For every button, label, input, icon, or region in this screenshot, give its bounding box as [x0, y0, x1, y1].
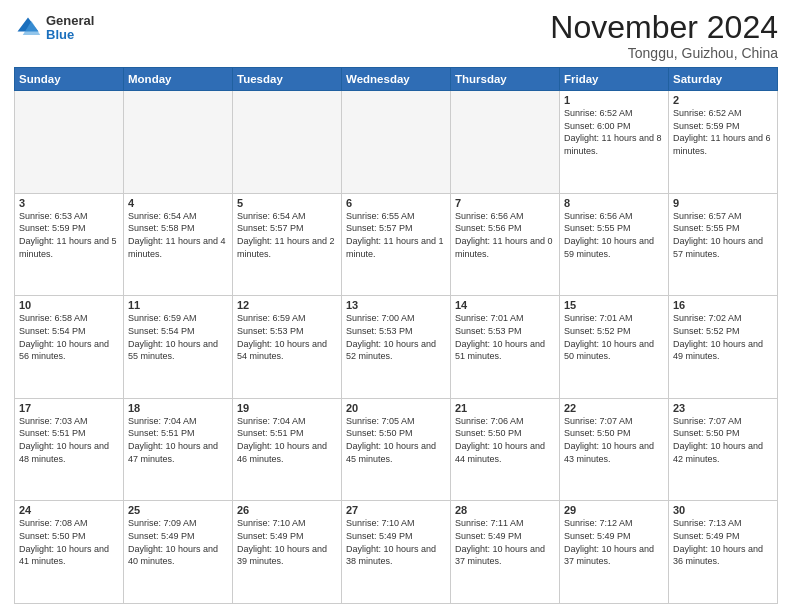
day-number: 11	[128, 299, 228, 311]
calendar-cell: 25Sunrise: 7:09 AMSunset: 5:49 PMDayligh…	[124, 501, 233, 604]
day-info: Sunrise: 7:03 AMSunset: 5:51 PMDaylight:…	[19, 415, 119, 465]
day-info: Sunrise: 7:09 AMSunset: 5:49 PMDaylight:…	[128, 517, 228, 567]
calendar-cell: 15Sunrise: 7:01 AMSunset: 5:52 PMDayligh…	[560, 296, 669, 399]
col-header-friday: Friday	[560, 68, 669, 91]
day-number: 12	[237, 299, 337, 311]
logo-icon	[14, 14, 42, 42]
day-number: 3	[19, 197, 119, 209]
col-header-sunday: Sunday	[15, 68, 124, 91]
calendar-cell: 1Sunrise: 6:52 AMSunset: 6:00 PMDaylight…	[560, 91, 669, 194]
title-block: November 2024 Tonggu, Guizhou, China	[550, 10, 778, 61]
day-number: 24	[19, 504, 119, 516]
day-info: Sunrise: 7:04 AMSunset: 5:51 PMDaylight:…	[237, 415, 337, 465]
col-header-saturday: Saturday	[669, 68, 778, 91]
day-info: Sunrise: 6:57 AMSunset: 5:55 PMDaylight:…	[673, 210, 773, 260]
calendar-cell	[124, 91, 233, 194]
day-info: Sunrise: 7:10 AMSunset: 5:49 PMDaylight:…	[346, 517, 446, 567]
calendar-table: SundayMondayTuesdayWednesdayThursdayFrid…	[14, 67, 778, 604]
calendar-cell	[451, 91, 560, 194]
day-number: 27	[346, 504, 446, 516]
logo-general: General	[46, 14, 94, 28]
day-number: 20	[346, 402, 446, 414]
calendar-week-1: 1Sunrise: 6:52 AMSunset: 6:00 PMDaylight…	[15, 91, 778, 194]
day-info: Sunrise: 6:55 AMSunset: 5:57 PMDaylight:…	[346, 210, 446, 260]
calendar-cell: 18Sunrise: 7:04 AMSunset: 5:51 PMDayligh…	[124, 398, 233, 501]
calendar-cell: 6Sunrise: 6:55 AMSunset: 5:57 PMDaylight…	[342, 193, 451, 296]
day-info: Sunrise: 7:01 AMSunset: 5:53 PMDaylight:…	[455, 312, 555, 362]
location: Tonggu, Guizhou, China	[550, 45, 778, 61]
day-info: Sunrise: 6:54 AMSunset: 5:57 PMDaylight:…	[237, 210, 337, 260]
day-number: 5	[237, 197, 337, 209]
day-number: 1	[564, 94, 664, 106]
day-number: 30	[673, 504, 773, 516]
calendar-cell	[233, 91, 342, 194]
day-number: 14	[455, 299, 555, 311]
day-info: Sunrise: 7:07 AMSunset: 5:50 PMDaylight:…	[564, 415, 664, 465]
calendar-week-3: 10Sunrise: 6:58 AMSunset: 5:54 PMDayligh…	[15, 296, 778, 399]
calendar-cell: 9Sunrise: 6:57 AMSunset: 5:55 PMDaylight…	[669, 193, 778, 296]
day-number: 4	[128, 197, 228, 209]
calendar-cell: 27Sunrise: 7:10 AMSunset: 5:49 PMDayligh…	[342, 501, 451, 604]
calendar-cell: 3Sunrise: 6:53 AMSunset: 5:59 PMDaylight…	[15, 193, 124, 296]
calendar-cell: 21Sunrise: 7:06 AMSunset: 5:50 PMDayligh…	[451, 398, 560, 501]
calendar-cell: 20Sunrise: 7:05 AMSunset: 5:50 PMDayligh…	[342, 398, 451, 501]
day-info: Sunrise: 7:01 AMSunset: 5:52 PMDaylight:…	[564, 312, 664, 362]
day-number: 29	[564, 504, 664, 516]
day-info: Sunrise: 6:59 AMSunset: 5:53 PMDaylight:…	[237, 312, 337, 362]
day-info: Sunrise: 7:04 AMSunset: 5:51 PMDaylight:…	[128, 415, 228, 465]
calendar-cell: 30Sunrise: 7:13 AMSunset: 5:49 PMDayligh…	[669, 501, 778, 604]
calendar-cell: 24Sunrise: 7:08 AMSunset: 5:50 PMDayligh…	[15, 501, 124, 604]
calendar-week-2: 3Sunrise: 6:53 AMSunset: 5:59 PMDaylight…	[15, 193, 778, 296]
calendar-cell: 22Sunrise: 7:07 AMSunset: 5:50 PMDayligh…	[560, 398, 669, 501]
day-info: Sunrise: 6:52 AMSunset: 6:00 PMDaylight:…	[564, 107, 664, 157]
day-number: 18	[128, 402, 228, 414]
calendar-cell: 5Sunrise: 6:54 AMSunset: 5:57 PMDaylight…	[233, 193, 342, 296]
calendar-cell	[342, 91, 451, 194]
day-number: 19	[237, 402, 337, 414]
calendar-cell: 2Sunrise: 6:52 AMSunset: 5:59 PMDaylight…	[669, 91, 778, 194]
calendar-cell: 8Sunrise: 6:56 AMSunset: 5:55 PMDaylight…	[560, 193, 669, 296]
day-info: Sunrise: 7:05 AMSunset: 5:50 PMDaylight:…	[346, 415, 446, 465]
calendar-cell: 11Sunrise: 6:59 AMSunset: 5:54 PMDayligh…	[124, 296, 233, 399]
calendar-cell: 14Sunrise: 7:01 AMSunset: 5:53 PMDayligh…	[451, 296, 560, 399]
col-header-thursday: Thursday	[451, 68, 560, 91]
calendar-cell: 12Sunrise: 6:59 AMSunset: 5:53 PMDayligh…	[233, 296, 342, 399]
calendar-cell: 23Sunrise: 7:07 AMSunset: 5:50 PMDayligh…	[669, 398, 778, 501]
day-info: Sunrise: 6:58 AMSunset: 5:54 PMDaylight:…	[19, 312, 119, 362]
calendar-header-row: SundayMondayTuesdayWednesdayThursdayFrid…	[15, 68, 778, 91]
month-title: November 2024	[550, 10, 778, 45]
day-info: Sunrise: 6:59 AMSunset: 5:54 PMDaylight:…	[128, 312, 228, 362]
day-info: Sunrise: 7:07 AMSunset: 5:50 PMDaylight:…	[673, 415, 773, 465]
day-info: Sunrise: 7:00 AMSunset: 5:53 PMDaylight:…	[346, 312, 446, 362]
calendar-cell: 29Sunrise: 7:12 AMSunset: 5:49 PMDayligh…	[560, 501, 669, 604]
day-number: 9	[673, 197, 773, 209]
day-number: 22	[564, 402, 664, 414]
day-info: Sunrise: 6:52 AMSunset: 5:59 PMDaylight:…	[673, 107, 773, 157]
day-number: 26	[237, 504, 337, 516]
day-number: 6	[346, 197, 446, 209]
day-info: Sunrise: 7:08 AMSunset: 5:50 PMDaylight:…	[19, 517, 119, 567]
day-info: Sunrise: 7:06 AMSunset: 5:50 PMDaylight:…	[455, 415, 555, 465]
calendar-week-4: 17Sunrise: 7:03 AMSunset: 5:51 PMDayligh…	[15, 398, 778, 501]
calendar-cell: 28Sunrise: 7:11 AMSunset: 5:49 PMDayligh…	[451, 501, 560, 604]
calendar-cell: 19Sunrise: 7:04 AMSunset: 5:51 PMDayligh…	[233, 398, 342, 501]
day-info: Sunrise: 7:12 AMSunset: 5:49 PMDaylight:…	[564, 517, 664, 567]
calendar-cell: 17Sunrise: 7:03 AMSunset: 5:51 PMDayligh…	[15, 398, 124, 501]
day-info: Sunrise: 7:11 AMSunset: 5:49 PMDaylight:…	[455, 517, 555, 567]
calendar-week-5: 24Sunrise: 7:08 AMSunset: 5:50 PMDayligh…	[15, 501, 778, 604]
calendar-cell: 4Sunrise: 6:54 AMSunset: 5:58 PMDaylight…	[124, 193, 233, 296]
day-number: 2	[673, 94, 773, 106]
col-header-tuesday: Tuesday	[233, 68, 342, 91]
calendar-cell	[15, 91, 124, 194]
day-number: 8	[564, 197, 664, 209]
day-info: Sunrise: 6:56 AMSunset: 5:56 PMDaylight:…	[455, 210, 555, 260]
calendar-cell: 7Sunrise: 6:56 AMSunset: 5:56 PMDaylight…	[451, 193, 560, 296]
day-number: 13	[346, 299, 446, 311]
calendar-cell: 16Sunrise: 7:02 AMSunset: 5:52 PMDayligh…	[669, 296, 778, 399]
logo-blue: Blue	[46, 28, 94, 42]
day-number: 21	[455, 402, 555, 414]
day-number: 28	[455, 504, 555, 516]
logo: General Blue	[14, 14, 94, 43]
day-number: 16	[673, 299, 773, 311]
day-info: Sunrise: 6:56 AMSunset: 5:55 PMDaylight:…	[564, 210, 664, 260]
